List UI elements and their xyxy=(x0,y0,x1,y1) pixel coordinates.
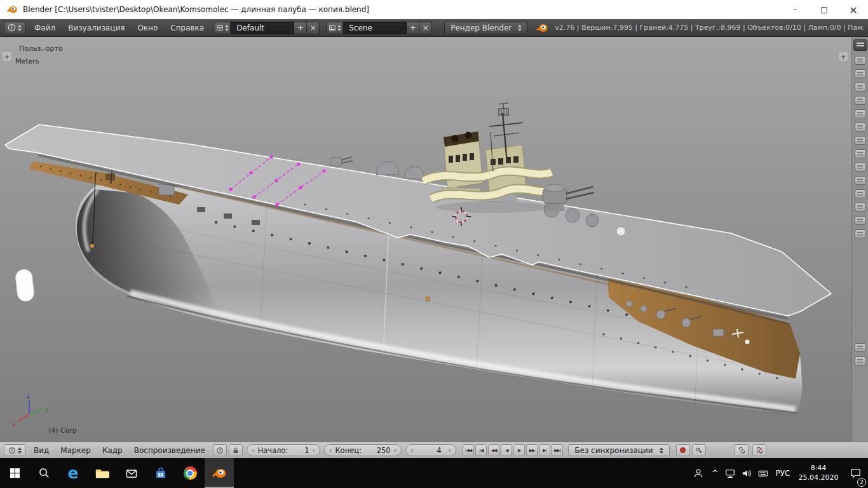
person-icon xyxy=(693,468,704,479)
taskbar-mail[interactable] xyxy=(117,458,146,488)
timeline-editor-type-button[interactable] xyxy=(4,444,25,456)
link-icon xyxy=(738,446,746,454)
preview-range-button[interactable] xyxy=(213,444,227,456)
properties-tab-icon[interactable] xyxy=(855,189,866,198)
screen-layout-field[interactable]: Default xyxy=(231,22,294,34)
properties-editor-strip xyxy=(851,37,868,442)
close-button[interactable]: × xyxy=(839,0,868,19)
lock-range-button[interactable] xyxy=(229,444,243,456)
keyboard-tray-button[interactable] xyxy=(755,458,771,488)
search-button[interactable] xyxy=(29,458,58,488)
properties-tab-icon[interactable] xyxy=(855,69,866,78)
properties-editor-icon[interactable] xyxy=(853,39,867,51)
svg-text:y: y xyxy=(45,407,49,413)
play-button[interactable]: ▶ xyxy=(513,444,525,456)
render-engine-arrows xyxy=(518,25,522,31)
taskbar-blender-active[interactable] xyxy=(205,458,234,488)
unlink-button[interactable] xyxy=(752,444,766,456)
keying-set-button[interactable] xyxy=(692,444,706,456)
play-reverse-button[interactable]: ◀ xyxy=(501,444,512,456)
taskbar-store[interactable] xyxy=(146,458,175,488)
taskbar-clock[interactable]: 8:44 25.04.2020 xyxy=(794,464,843,482)
search-icon xyxy=(38,467,50,479)
taskbar-chrome[interactable] xyxy=(175,458,205,488)
windows-taskbar: e xyxy=(0,458,868,488)
minimize-button[interactable]: – xyxy=(780,0,810,19)
show-hidden-icons-button[interactable]: ^ xyxy=(708,458,722,488)
volume-tray-button[interactable] xyxy=(738,458,755,488)
rewind-button[interactable]: ◀◀ xyxy=(488,444,499,456)
scene-browse-button[interactable] xyxy=(326,22,343,34)
language-indicator[interactable]: РУС xyxy=(771,458,794,488)
delete-scene-button[interactable]: × xyxy=(419,22,432,34)
viewport-3d[interactable]: z y x Польз.-орто Meters (4) Corp + + xyxy=(0,37,868,442)
network-tray-button[interactable] xyxy=(722,458,738,488)
taskbar-file-explorer[interactable] xyxy=(88,458,117,488)
decrement-arrow[interactable]: ‹ xyxy=(410,446,413,454)
info-header: Файл Визуализация Окно Справка Default +… xyxy=(0,19,868,37)
editor-type-button[interactable] xyxy=(4,22,25,34)
maximize-button[interactable]: □ xyxy=(810,0,839,19)
add-layout-button[interactable]: + xyxy=(294,22,307,34)
properties-region-open-icon[interactable]: + xyxy=(839,52,848,61)
delete-layout-button[interactable]: × xyxy=(307,22,320,34)
jump-next-keyframe-button[interactable]: ▶| xyxy=(539,444,550,456)
user-tray-button[interactable] xyxy=(689,458,708,488)
window-title: Blender [C:\Users\tvister\Desktop\Okean\… xyxy=(23,5,369,14)
properties-tab-icon[interactable] xyxy=(855,109,866,118)
current-frame-field[interactable]: ‹ 4 › xyxy=(405,444,456,456)
record-button[interactable] xyxy=(676,444,690,456)
properties-tab-icon[interactable] xyxy=(855,163,866,172)
jump-to-start-button[interactable]: |◀◀ xyxy=(463,444,474,456)
mail-icon xyxy=(125,467,138,480)
properties-tab-icon[interactable] xyxy=(855,96,866,105)
increment-arrow[interactable]: › xyxy=(394,446,397,454)
screen-layout-browse-button[interactable] xyxy=(214,22,231,34)
taskbar-edge[interactable]: e xyxy=(58,458,88,488)
properties-tab-icon[interactable] xyxy=(855,56,866,65)
properties-tab-icon[interactable] xyxy=(855,356,866,365)
ethernet-icon xyxy=(724,468,736,479)
properties-tab-icon[interactable] xyxy=(855,123,866,132)
render-engine-value: Рендер Blender xyxy=(451,24,512,32)
sync-mode-dropdown[interactable]: Без синхронизации xyxy=(568,444,669,456)
menu-window[interactable]: Окно xyxy=(131,22,164,34)
menu-render[interactable]: Визуализация xyxy=(62,22,131,34)
properties-tab-icon[interactable] xyxy=(855,343,866,352)
jump-prev-keyframe-button[interactable]: |◀ xyxy=(475,444,487,456)
properties-tab-icon[interactable] xyxy=(855,83,866,92)
properties-tab-icon[interactable] xyxy=(855,136,866,145)
properties-tab-icon[interactable] xyxy=(855,216,866,225)
start-button[interactable] xyxy=(0,458,29,488)
decrement-arrow[interactable]: ‹ xyxy=(329,446,332,454)
timeline-header: Вид Маркер Кадр Воспроизведение ‹ Начало… xyxy=(0,442,868,458)
link-button[interactable] xyxy=(735,444,749,456)
properties-tab-icon[interactable] xyxy=(855,229,866,238)
scene-block: Scene + × xyxy=(326,22,432,34)
toolshelf-open-icon[interactable]: + xyxy=(3,52,11,61)
increment-arrow[interactable]: › xyxy=(449,446,451,454)
menu-help[interactable]: Справка xyxy=(164,22,210,34)
blender-taskbar-icon xyxy=(212,466,227,481)
timeline-menu-playback[interactable]: Воспроизведение xyxy=(128,445,211,456)
frame-end-field[interactable]: ‹ Конец: 250 › xyxy=(324,444,402,456)
render-engine-dropdown[interactable]: Рендер Blender xyxy=(444,22,528,34)
scene-field[interactable]: Scene xyxy=(343,22,407,34)
timeline-menu-marker[interactable]: Маркер xyxy=(55,445,97,456)
chrome-icon xyxy=(184,466,197,480)
menu-file[interactable]: Файл xyxy=(28,22,62,34)
timeline-menu-view[interactable]: Вид xyxy=(28,445,55,456)
properties-tab-icon[interactable] xyxy=(855,149,866,158)
increment-arrow[interactable]: › xyxy=(313,446,315,454)
svg-text:x: x xyxy=(12,421,16,428)
svg-text:z: z xyxy=(27,393,30,399)
keyboard-icon xyxy=(757,468,769,479)
add-scene-button[interactable]: + xyxy=(407,22,419,34)
properties-tab-icon[interactable] xyxy=(855,203,866,212)
jump-to-end-button[interactable]: ▶▶| xyxy=(552,444,563,456)
timeline-menu-frame[interactable]: Кадр xyxy=(97,445,128,456)
properties-tab-icon[interactable] xyxy=(855,176,866,185)
decrement-arrow[interactable]: ‹ xyxy=(252,446,254,454)
fast-forward-button[interactable]: ▶▶ xyxy=(526,444,538,456)
frame-start-field[interactable]: ‹ Начало: 1 › xyxy=(247,444,320,456)
